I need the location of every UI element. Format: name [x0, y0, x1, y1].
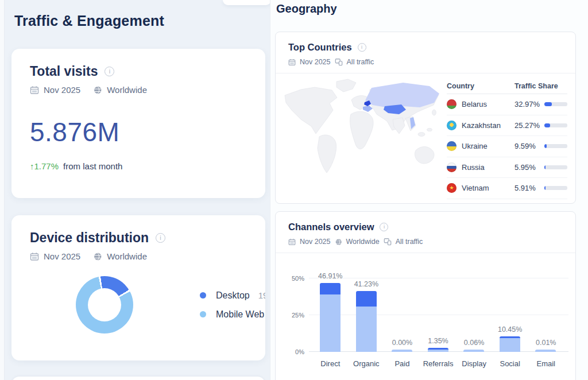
calendar-icon [30, 86, 39, 95]
traffic-filter: All traffic [347, 58, 374, 66]
x-axis-label: Display [456, 359, 492, 368]
geography-section: Geography Top Countries i Nov 2025 All t… [270, 0, 588, 380]
section-title-traffic-engagement: Traffic & Engagement [14, 13, 164, 29]
traffic-share-value: 9.59% [514, 142, 544, 150]
legend-dot [200, 311, 206, 317]
traffic-share-value: 25.27% [514, 121, 544, 130]
bar-email: 0.01% [528, 266, 564, 352]
section-title-geography: Geography [276, 2, 337, 15]
info-icon[interactable]: i [380, 223, 388, 231]
region-filter: Worldwide [346, 238, 380, 246]
country-name: Russia [462, 163, 514, 172]
total-visits-card: Total visits i Nov 2025 Worldwide 5.876M… [11, 49, 265, 198]
legend-dot [200, 292, 206, 298]
traffic-share-value: 5.95% [514, 163, 544, 172]
x-axis-label: Email [528, 359, 564, 368]
bar-value-label: 46.91% [318, 272, 342, 280]
bar-direct: 46.91% [312, 266, 349, 352]
bar-value-label: 41.23% [354, 280, 378, 288]
country-name: Ukraine [462, 142, 514, 150]
channels-bar-chart: 0%25%50%46.91%41.23%0.00%1.35%0.06%10.45… [276, 255, 575, 377]
traffic-share-bar [544, 165, 567, 169]
russia-flag-icon [447, 162, 457, 172]
bar-value-label: 10.45% [498, 325, 522, 334]
calendar-icon [288, 238, 296, 246]
traffic-engagement-section: Traffic & Engagement Total visits i Nov … [0, 0, 270, 380]
country-row-ukraine: Ukraine9.59% [447, 136, 567, 157]
y-axis-tick: 25% [285, 312, 304, 319]
traffic-type-icon [335, 58, 343, 66]
country-name: Kazakhstan [462, 121, 514, 130]
country-row-belarus: Belarus32.97% [447, 94, 567, 115]
device-legend: Desktop19%Mobile Web [200, 290, 265, 320]
globe-icon [93, 252, 102, 261]
info-icon[interactable]: i [105, 67, 114, 76]
date-filter: Nov 2025 [300, 58, 331, 66]
country-row-kazakhstan: Kazakhstan25.27% [447, 115, 567, 137]
traffic-filter: All traffic [396, 238, 423, 246]
x-axis-label: Social [492, 359, 528, 368]
total-visits-title: Total visits [30, 64, 98, 79]
date-filter: Nov 2025 [300, 238, 331, 246]
bar-value-label: 0.06% [464, 339, 484, 347]
traffic-share-value: 32.97% [514, 100, 544, 108]
calendar-icon [288, 59, 296, 66]
traffic-share-bar [544, 186, 567, 190]
bar-value-label: 0.01% [536, 339, 556, 347]
bar-display: 0.06% [456, 266, 492, 352]
traffic-share-bar [544, 123, 567, 127]
legend-label: Mobile Web [216, 309, 264, 320]
ukraine-flag-icon [447, 141, 457, 151]
traffic-share-bar [544, 102, 567, 106]
column-header-country: Country [447, 82, 514, 90]
date-filter: Nov 2025 [44, 251, 80, 261]
x-axis-label: Direct [312, 359, 349, 368]
legend-item-desktop: Desktop19% [200, 290, 265, 301]
device-distribution-card: Device distribution i Nov 2025 Worldwide… [11, 215, 265, 360]
top-countries-card: Top Countries i Nov 2025 All traffic [275, 32, 576, 204]
countries-table: Country Traffic Share Belarus32.97%Kazak… [447, 78, 567, 199]
region-filter: Worldwide [107, 85, 147, 95]
legend-value: 19% [258, 290, 265, 300]
calendar-icon [30, 252, 39, 261]
country-row-russia: Russia5.95% [447, 157, 567, 179]
device-distribution-title: Device distribution [30, 230, 149, 246]
total-visits-value: 5.876M [30, 117, 247, 148]
device-donut-chart [76, 276, 133, 334]
country-name: Belarus [462, 100, 514, 108]
country-name: Vietnam [462, 184, 514, 192]
change-percent: ↑1.77% [30, 161, 59, 171]
kazakhstan-flag-icon [447, 121, 457, 130]
traffic-share-bar [544, 144, 567, 148]
channels-overview-title: Channels overview [288, 222, 374, 232]
legend-item-mobile-web: Mobile Web [200, 309, 265, 320]
globe-icon [335, 238, 342, 246]
bar-referrals: 1.35% [420, 266, 457, 352]
info-icon[interactable]: i [358, 43, 366, 52]
globe-icon [93, 86, 102, 95]
belarus-flag-icon [447, 99, 457, 109]
x-axis-label: Organic [349, 359, 385, 368]
world-map [279, 77, 447, 189]
x-axis-label: Referrals [420, 359, 457, 368]
change-caption: from last month [63, 161, 122, 171]
y-axis-tick: 0% [285, 348, 304, 355]
column-header-traffic-share: Traffic Share [514, 82, 567, 90]
popup-remnant [223, 0, 271, 5]
x-axis-label: Paid [384, 359, 420, 368]
traffic-type-icon [384, 238, 392, 246]
channels-overview-card: Channels overview i Nov 2025 Worldwide A… [275, 211, 576, 380]
bar-organic: 41.23% [349, 266, 385, 352]
bar-paid: 0.00% [384, 266, 420, 352]
country-row-vietnam: Vietnam5.91% [447, 178, 567, 199]
bar-social: 10.45% [492, 266, 528, 352]
date-filter: Nov 2025 [44, 85, 80, 95]
left-edge-strip [0, 0, 5, 380]
bar-value-label: 0.00% [392, 339, 412, 347]
y-axis-tick: 50% [285, 275, 304, 282]
bar-value-label: 1.35% [428, 337, 448, 345]
top-countries-title: Top Countries [288, 42, 352, 53]
vietnam-flag-icon [447, 183, 457, 193]
info-icon[interactable]: i [156, 233, 165, 243]
legend-label: Desktop [216, 290, 250, 301]
